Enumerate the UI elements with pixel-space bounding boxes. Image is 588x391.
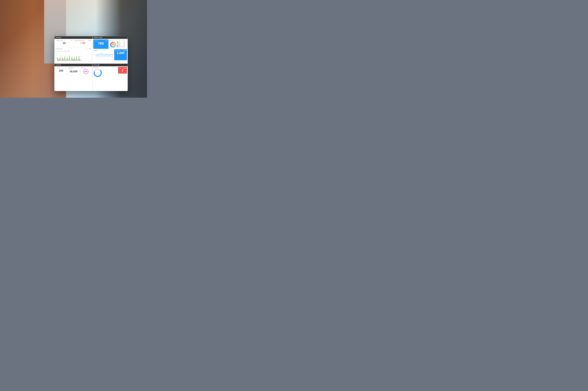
google-ranking-change-header: Google Ranking Change ↑ 159% bbox=[75, 40, 91, 41]
rankings-header: Rankings bbox=[55, 36, 92, 39]
rankings-chart: Google Rankings 6 ↓ 33% 1-3 4-10 11-20 2… bbox=[55, 48, 92, 62]
bar bbox=[66, 60, 66, 61]
site-audit-header: Site Audit bbox=[93, 64, 128, 66]
bar bbox=[58, 57, 58, 61]
backlinks-body: New Links ↑ 1% 293 Total Backlinks (All … bbox=[55, 66, 92, 91]
bar bbox=[77, 60, 78, 61]
line-y-labels: 100 50 0 bbox=[94, 51, 95, 58]
bar bbox=[78, 57, 79, 61]
google-ranking-change-label: Google Ranking Change bbox=[75, 40, 84, 41]
sessions-line-card: Sessions 1,016 ↑ 73% 100 50 0 bbox=[93, 49, 114, 60]
audit-score-donut bbox=[93, 68, 102, 77]
total-backlinks-label: Total Backlinks bbox=[69, 68, 74, 68]
bar bbox=[59, 60, 59, 61]
bar-group-10 bbox=[78, 56, 80, 61]
x-axis-labels: 2 Sep 9 Sep 16 Sep 23 Sep 30 Sep bbox=[57, 61, 91, 62]
sessions-donut-card: Sessions ↑ 19% bbox=[109, 39, 127, 49]
total-backlinks-card: Total Backlinks (All Time) 18,028 bbox=[68, 67, 79, 75]
bar bbox=[72, 57, 72, 61]
audit-score-label: Audit Score bbox=[93, 67, 118, 68]
sessions-line-header: Sessions 1,016 ↑ 73% bbox=[94, 50, 113, 51]
sessions-blue-header: Sessions ↑ 37% bbox=[94, 40, 107, 41]
event-count-header: Event Count ↑ 19% bbox=[115, 50, 126, 51]
donut-legend: Social 55 Email 43 bbox=[117, 41, 125, 48]
bar bbox=[74, 59, 75, 61]
event-count-card: Event Count ↑ 19% 1,089 bbox=[114, 49, 127, 60]
chart-title: Google Rankings bbox=[56, 48, 63, 49]
bar-group-8 bbox=[74, 57, 76, 61]
bar bbox=[80, 60, 80, 61]
bar bbox=[60, 58, 60, 61]
legend-referral: Referral 41 bbox=[117, 43, 125, 44]
bar bbox=[75, 60, 76, 61]
bar-group-2 bbox=[60, 57, 62, 61]
bar bbox=[69, 57, 69, 61]
rankings-stats-row: Google Rankings 0% 10 Google Ranking Cha… bbox=[55, 39, 92, 47]
legend-11-20: 11-20 bbox=[61, 50, 64, 52]
bar bbox=[69, 60, 69, 61]
bottom-row: Backlinks New Links ↑ 1% 293 bbox=[54, 64, 128, 91]
bar bbox=[68, 60, 68, 61]
legend-1-3: 1-3 bbox=[56, 50, 58, 52]
legend-51plus: 51+ bbox=[68, 50, 70, 52]
total-backlinks-header: Total Backlinks (All Time) bbox=[69, 68, 78, 69]
new-links-card: New Links ↑ 1% 293 bbox=[55, 67, 67, 75]
bar bbox=[73, 59, 73, 61]
google-rankings-header: Google Rankings 0% bbox=[56, 40, 72, 41]
bar-group-3 bbox=[62, 57, 64, 61]
chart-header: Google Rankings 6 ↓ 33% bbox=[56, 48, 91, 49]
new-links-value: 293 bbox=[56, 69, 66, 72]
google-ranking-change-card: Google Ranking Change ↑ 159% 10 bbox=[74, 39, 92, 47]
new-links-badge: ↑ 1% bbox=[65, 68, 66, 68]
donut-chart: 238 Sessions bbox=[110, 41, 116, 48]
sessions-value: 790 bbox=[94, 41, 107, 46]
y-axis-labels: 60 40 20 0 bbox=[56, 52, 57, 61]
total-backlinks-value: 18,028 bbox=[69, 70, 78, 73]
errors-header: Errors ↑ 19% bbox=[119, 68, 126, 69]
arrow-down-icon bbox=[80, 43, 82, 44]
donut-center: 238 Sessions bbox=[110, 41, 116, 48]
new-links-label: New Links bbox=[56, 68, 60, 68]
backlinks-header: Backlinks bbox=[55, 64, 92, 66]
legend-21-50: 21-50 bbox=[65, 50, 68, 52]
errors-card: Errors ↑ 19% 7 bbox=[118, 67, 127, 74]
bar-group-1 bbox=[57, 57, 59, 61]
sessions-badge: ↑ 37% bbox=[104, 40, 107, 41]
site-audit-panel: Site Audit Audit Score bbox=[92, 64, 128, 91]
backlinks-stats: New Links ↑ 1% 293 Total Backlinks (All … bbox=[55, 67, 92, 75]
website-traffic-title: Website Traffic bbox=[94, 37, 102, 38]
bar bbox=[79, 59, 80, 61]
errors-badge: ↑ 19% bbox=[123, 68, 126, 69]
google-rankings-value: 10 bbox=[56, 42, 72, 45]
legend-direct: Direct 29 bbox=[117, 44, 125, 45]
bar-chart bbox=[57, 52, 91, 61]
errors-label-text: Errors bbox=[119, 68, 122, 69]
backlinks-panel: Backlinks New Links ↑ 1% 293 bbox=[54, 64, 92, 91]
site-audit-title: Site Audit bbox=[94, 64, 99, 66]
rankings-body: Google Rankings 0% 10 Google Ranking Cha… bbox=[55, 39, 92, 64]
line-chart-svg bbox=[95, 51, 113, 58]
bar bbox=[70, 60, 70, 61]
line-x-labels: 2 Sep 9 Sep 16 Sep 23 Sep 30 Sep bbox=[95, 59, 113, 60]
site-audit-body: Audit Score Errors bbox=[93, 66, 128, 91]
bar bbox=[78, 60, 78, 61]
citation-flow-value: 155 bbox=[83, 69, 88, 74]
website-traffic-panel: Website Traffic Sessions ↑ 37% 790 bbox=[92, 36, 128, 64]
chart-legend-row: 6 ↓ 33% bbox=[86, 48, 91, 49]
website-traffic-body: Sessions ↑ 37% 790 Sessions ↑ 19% bbox=[93, 39, 128, 64]
bar-chart-container: 60 40 20 0 bbox=[56, 52, 91, 62]
dashboard: Rankings Google Rankings 0% 10 bbox=[54, 36, 128, 91]
bar-group-7 bbox=[71, 57, 74, 61]
bar bbox=[65, 59, 66, 61]
bar bbox=[59, 60, 59, 61]
chart-badge2: ↓ 33% bbox=[88, 48, 91, 49]
chart-badge: 6 bbox=[86, 48, 88, 49]
errors-area: Errors ↑ 19% 7 bbox=[118, 67, 127, 90]
google-rankings-badge: 0% bbox=[71, 40, 72, 41]
bar bbox=[67, 56, 67, 61]
citation-flow-label: Citation Flow bbox=[81, 68, 86, 68]
rankings-panel: Rankings Google Rankings 0% 10 bbox=[54, 36, 92, 64]
sessions-label: Sessions bbox=[94, 40, 98, 41]
bar-group-4 bbox=[64, 56, 66, 61]
total-backlinks-sublabel: (All Time) bbox=[69, 68, 74, 69]
